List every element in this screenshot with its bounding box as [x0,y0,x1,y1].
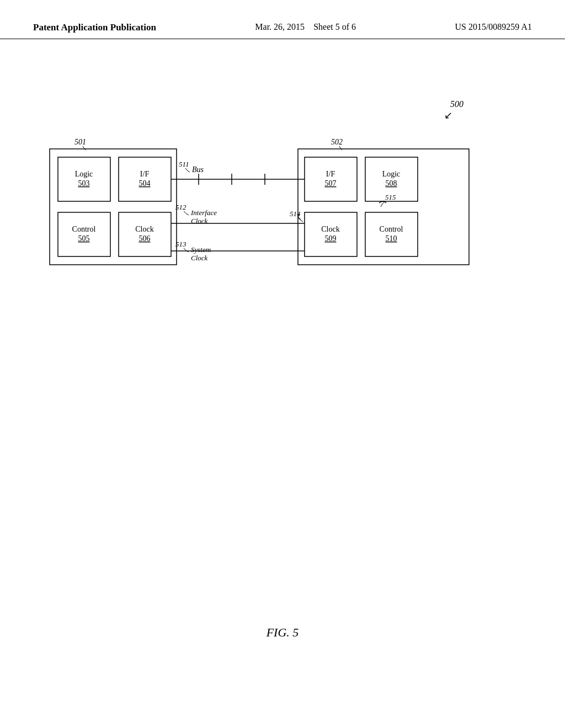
header-date: Mar. 26, 2015 [255,22,305,31]
header-date-sheet: Mar. 26, 2015 Sheet 5 of 6 [255,22,356,32]
svg-text:Control: Control [380,225,403,233]
svg-text:Clock: Clock [135,225,153,233]
svg-text:Clock: Clock [191,217,208,225]
svg-text:Clock: Clock [321,225,339,233]
svg-text:Bus: Bus [192,165,204,174]
diagram-area: 500 ↙ [44,99,519,375]
svg-text:505: 505 [78,234,90,243]
svg-rect-1 [298,149,469,265]
svg-text:504: 504 [139,179,151,188]
ref-500-label: 500 [444,99,463,109]
svg-text:Control: Control [72,225,96,233]
svg-text:510: 510 [386,234,397,243]
svg-text:Interface: Interface [190,208,217,217]
svg-text:502: 502 [331,138,343,146]
svg-text:515: 515 [385,193,396,201]
svg-text:514: 514 [290,210,301,218]
diagram-svg: Logic 503 I/F 504 Control 505 Clock 506 … [44,132,497,287]
svg-text:508: 508 [386,179,397,188]
svg-text:System: System [191,245,211,254]
header-sheet: Sheet 5 of 6 [313,22,356,31]
svg-text:501: 501 [74,138,86,146]
svg-text:Logic: Logic [382,170,401,178]
ref-500-arrow: ↙ [444,109,452,121]
svg-text:513: 513 [175,240,186,248]
page-header: Patent Application Publication Mar. 26, … [0,0,565,39]
svg-text:I/F: I/F [140,170,150,178]
svg-text:511: 511 [179,160,189,168]
svg-text:503: 503 [78,179,90,188]
svg-text:506: 506 [139,234,151,243]
svg-rect-0 [50,149,177,265]
svg-text:I/F: I/F [326,170,335,178]
figure-caption: FIG. 5 [266,625,299,640]
header-patent-number: US 2015/0089259 A1 [455,22,532,32]
svg-text:509: 509 [325,234,337,243]
svg-text:507: 507 [325,179,337,188]
ref-500-group: 500 ↙ [444,99,463,121]
svg-text:Logic: Logic [75,170,93,178]
header-publication-type: Patent Application Publication [33,22,156,33]
svg-text:512: 512 [175,203,186,211]
svg-text:Clock: Clock [191,254,208,262]
